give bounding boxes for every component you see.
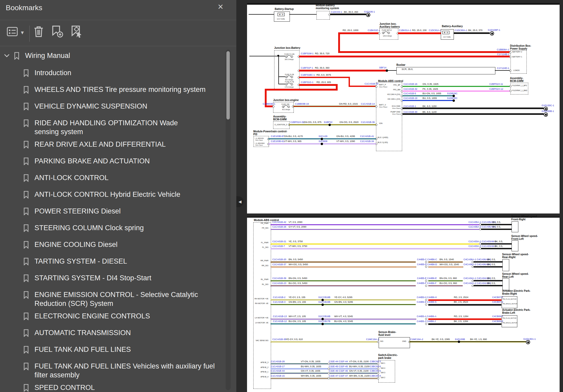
- bookmark-item[interactable]: ENGINE EMISSION CONTROL - Selective Cata…: [23, 290, 212, 308]
- connector-label[interactable]: G1D130B-1: [542, 110, 554, 112]
- connector-label[interactable]: C1CA01B-41: [360, 135, 374, 138]
- connector-label[interactable]: C1MC19A-1: [366, 338, 379, 341]
- connector-label[interactable]: C44B5-C C44B6-C: [417, 258, 437, 261]
- connector-label[interactable]: C1CA01B-20: [272, 258, 286, 261]
- bookmark-item[interactable]: VEHICLE DYNAMIC SUSPENSION: [23, 102, 233, 111]
- connector-label[interactable]: C2BP01H-32: [290, 121, 304, 123]
- connector-label[interactable]: C1CA05A-1 C1CA05AM-1: [468, 221, 496, 223]
- collapse-chevron-icon[interactable]: [4, 53, 10, 60]
- splice-label[interactable]: S1CCB19B: [318, 301, 330, 303]
- bookmark-item[interactable]: PARKING BRAKE AND ACTUATION: [23, 157, 233, 165]
- bookmark-item[interactable]: ENGINE COOLING Diesel: [23, 240, 233, 249]
- connector-label[interactable]: C1CA05A-2 C1CA05AM-2: [468, 225, 496, 228]
- connector-label[interactable]: C2BP01H-12: [489, 88, 503, 90]
- connector-label[interactable]: C1CA01B-5: [403, 92, 416, 95]
- connector-label[interactable]: C1CA01B-39: [272, 277, 286, 280]
- connector-label[interactable]: C1BB09A-1: [486, 48, 509, 51]
- connector-label[interactable]: G1D130C-1: [542, 104, 554, 107]
- connector-label[interactable]: C1DC03-1: [331, 11, 342, 13]
- connector-label[interactable]: C1CA03A-1 C1CA03AM-1: [468, 240, 496, 243]
- connector-label[interactable]: C1BB03B-19: [295, 103, 309, 105]
- connector-label[interactable]: C1CA01B-13: [273, 315, 287, 318]
- connector-label[interactable]: C1BF01G-1: [301, 81, 313, 84]
- connector-label[interactable]: C1BB03D-1: [263, 103, 275, 105]
- connector-label[interactable]: C1Y124B-1: [486, 53, 509, 56]
- connector-label[interactable]: C1CA01B-17: [271, 365, 285, 368]
- splice-label[interactable]: S1DB30C: [447, 97, 458, 99]
- connector-label[interactable]: C1CA01B-12: [273, 320, 287, 323]
- bookmark-item[interactable]: STEERING COLUMN Clock spring: [23, 223, 233, 232]
- connector-label[interactable]: C1CA01B-14: [361, 103, 375, 105]
- connector-label[interactable]: C1CA01B-19: [403, 97, 417, 99]
- connector-label[interactable]: C1CA01B-1: [403, 105, 416, 108]
- connector-label[interactable]: C1BF01P-1: [301, 67, 313, 69]
- connector-label[interactable]: C1CA01B-21: [272, 240, 286, 243]
- connector-label[interactable]: C1CA01B-3: [273, 301, 285, 303]
- connector-label[interactable]: C44B5-F C44B6-F: [417, 282, 437, 284]
- connector-label[interactable]: C1BK01E-1: [368, 29, 380, 32]
- bookmark-item[interactable]: Introduction: [23, 68, 233, 77]
- splice-label[interactable]: S1CCB18B: [318, 296, 330, 299]
- connector-label[interactable]: C1CA01B-30: [403, 111, 417, 113]
- connector-label[interactable]: C1DC81A-1: [429, 29, 442, 32]
- connector-label[interactable]: C1CA01B-42: [272, 221, 286, 223]
- bookmark-item[interactable]: SPEED CONTROL: [23, 383, 233, 392]
- splice-label[interactable]: S1CCB16B: [318, 315, 330, 318]
- bookmark-options-icon[interactable]: [6, 26, 19, 38]
- connector-label[interactable]: C1E103B-87: [271, 135, 284, 138]
- bookmark-item[interactable]: ANTI-LOCK CONTROL: [23, 173, 233, 182]
- connector-label[interactable]: C1DC80A-1: [455, 29, 467, 32]
- bookmark-item[interactable]: STARTING SYSTEM - DI4 Stop-Start: [23, 274, 233, 282]
- connector-label[interactable]: C32E-45 C32F-45: [329, 365, 348, 368]
- connector-label[interactable]: C1CA01B-38: [272, 338, 286, 341]
- bookmark-item[interactable]: AUTOMATIC TRANSMISSION: [23, 328, 233, 337]
- connector-label[interactable]: C1CA01B-34: [360, 140, 374, 142]
- connector-label[interactable]: C1CA01B-36: [361, 121, 375, 123]
- splice-label[interactable]: S2CA29: [319, 135, 327, 138]
- splice-label[interactable]: S1DB29C: [447, 92, 458, 95]
- connector-label[interactable]: C1CA01B-16: [403, 83, 417, 85]
- connector-label[interactable]: C32E-44 C32F-44: [329, 360, 348, 363]
- connector-label[interactable]: C44B5-A C44B6-A: [417, 315, 436, 318]
- splice-label[interactable]: S1CCB17B: [318, 320, 330, 323]
- connector-label[interactable]: C1BF01BC-1: [301, 74, 315, 76]
- splice-label[interactable]: SBF14: [379, 66, 386, 69]
- connector-label[interactable]: C1CA01B-15: [271, 375, 285, 377]
- bookmark-item[interactable]: ELECTRONIC ENGINE CONTROLS: [23, 312, 233, 320]
- chevron-down-icon[interactable]: ▾: [21, 29, 24, 36]
- connector-label[interactable]: C1CA01B-26: [272, 225, 286, 228]
- connector-label[interactable]: C1BF01M-1: [301, 52, 314, 55]
- bookmark-item[interactable]: RIDE AND HANDLING OPTIMIZATION Wade sens…: [23, 118, 191, 136]
- splice-label[interactable]: S1BP22: [324, 121, 332, 123]
- splice-label[interactable]: S2CB08: [319, 140, 327, 142]
- bookmark-item[interactable]: REAR DRIVE AXLE AND DIFFERENTIAL: [23, 140, 233, 149]
- bookmark-item[interactable]: FUEL TANK AND FUEL LINES Vehicles with a…: [23, 362, 217, 379]
- scrollbar-thumb[interactable]: [226, 51, 230, 120]
- bookmark-item[interactable]: WHEELS AND TIRES Tire pressure monitorin…: [23, 85, 233, 94]
- bookmark-target-icon[interactable]: [70, 25, 84, 39]
- connector-label[interactable]: C44B5-J C44B6-J: [417, 320, 436, 323]
- connector-label[interactable]: C1CA01B-32: [403, 88, 417, 90]
- bookmark-item[interactable]: POWER STEERING Diesel: [23, 207, 233, 216]
- connector-label[interactable]: C1E103B-61: [271, 140, 284, 142]
- connector-label[interactable]: C1CA01B-44: [271, 370, 285, 372]
- bookmark-item[interactable]: FUEL TANK AND FUEL LINES: [23, 345, 233, 354]
- connector-label[interactable]: C44B5-S C44B6-S: [417, 301, 437, 303]
- connector-label[interactable]: C1CA01B-37: [272, 263, 286, 266]
- connector-label[interactable]: C2BP01H-11: [489, 83, 503, 85]
- bookmark-item-root[interactable]: Wiring Manual: [14, 51, 224, 60]
- connector-label[interactable]: C44B5-H C44B6-H: [417, 296, 437, 299]
- add-bookmark-icon[interactable]: [51, 25, 64, 39]
- trash-icon[interactable]: [32, 25, 45, 38]
- connector-label[interactable]: C1BK01A-1: [399, 29, 411, 32]
- bookmark-item[interactable]: ANTI-LOCK CONTROL Hybrid Electric Vehicl…: [23, 190, 233, 199]
- connector-label[interactable]: C1CA03A-2 C1CA03AM-2: [468, 245, 496, 247]
- connector-label[interactable]: C44B5-E C44B6-E: [417, 277, 437, 280]
- connector-label[interactable]: C1CA01B-23: [272, 282, 286, 284]
- connector-label[interactable]: C1CA01B-28: [271, 360, 285, 363]
- collapse-panel-icon[interactable]: ◀: [236, 196, 244, 207]
- connector-label[interactable]: C1MC19A-2: [410, 338, 423, 341]
- connector-label[interactable]: C1CA01B-2: [273, 296, 285, 299]
- bookmark-item[interactable]: TARTING SYSTEM - DIESEL: [23, 257, 233, 266]
- connector-label[interactable]: C44B5-D C44B6-D: [417, 263, 437, 266]
